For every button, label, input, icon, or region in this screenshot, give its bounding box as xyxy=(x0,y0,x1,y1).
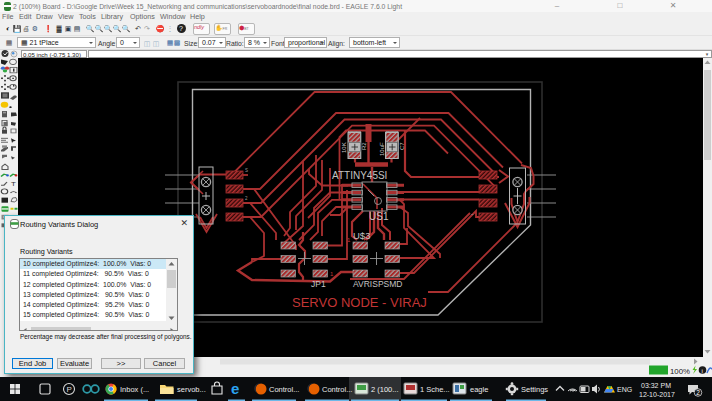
svg-text:12-10-2017: 12-10-2017 xyxy=(639,391,675,398)
svg-text:Settings: Settings xyxy=(521,385,548,394)
svg-text:100%: 100% xyxy=(670,367,690,376)
svg-text:Inbox (...: Inbox (... xyxy=(120,385,149,394)
svg-text:2 (100...: 2 (100... xyxy=(371,385,399,394)
svg-text:P: P xyxy=(67,385,72,394)
svg-text:eagle: eagle xyxy=(470,385,488,394)
svg-text:Control...: Control... xyxy=(322,385,352,394)
svg-text:e: e xyxy=(231,380,239,397)
svg-text:servob...: servob... xyxy=(177,385,206,394)
svg-text:03:32 PM: 03:32 PM xyxy=(641,382,671,389)
svg-text:1 Sche...: 1 Sche... xyxy=(420,385,450,394)
svg-text:Control...: Control... xyxy=(269,385,299,394)
svg-text:ENG: ENG xyxy=(617,386,632,393)
svg-text:i: i xyxy=(701,367,702,374)
svg-text:2: 2 xyxy=(696,389,700,396)
